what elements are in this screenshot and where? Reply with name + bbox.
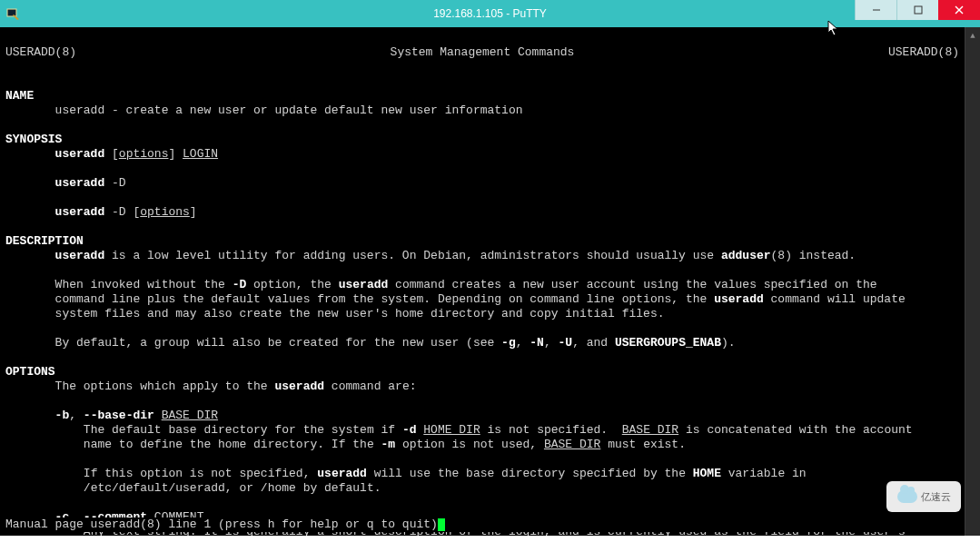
- man-header-right: USERADD(8): [888, 45, 959, 60]
- vertical-scrollbar[interactable]: ▲: [965, 27, 980, 536]
- terminal-area: USERADD(8)System Management CommandsUSER…: [0, 27, 980, 536]
- window-controls: [855, 0, 980, 20]
- man-header-center: System Management Commands: [391, 45, 575, 60]
- minimize-button[interactable]: [855, 0, 896, 20]
- watermark-badge: 亿速云: [886, 481, 961, 512]
- section-synopsis: SYNOPSIS: [5, 133, 62, 146]
- section-options: OPTIONS: [5, 365, 55, 379]
- close-button[interactable]: [938, 0, 980, 20]
- terminal-output[interactable]: USERADD(8)System Management CommandsUSER…: [0, 27, 965, 536]
- maximize-button[interactable]: [896, 0, 938, 20]
- putty-icon: [0, 0, 27, 27]
- man-header-left: USERADD(8): [5, 45, 76, 60]
- terminal-cursor: [438, 518, 445, 531]
- cloud-icon: [897, 490, 917, 503]
- svg-rect-3: [915, 6, 922, 14]
- section-name: NAME: [5, 89, 34, 103]
- window-title: 192.168.1.105 - PuTTY: [433, 7, 547, 20]
- window-titlebar[interactable]: 192.168.1.105 - PuTTY: [0, 0, 980, 27]
- man-status-line: Manual page useradd(8) line 1 (press h f…: [5, 518, 965, 532]
- scroll-up-arrow[interactable]: ▲: [966, 29, 980, 43]
- svg-rect-1: [8, 10, 15, 15]
- section-description: DESCRIPTION: [5, 234, 84, 248]
- name-line: useradd - create a new user or update de…: [55, 104, 523, 117]
